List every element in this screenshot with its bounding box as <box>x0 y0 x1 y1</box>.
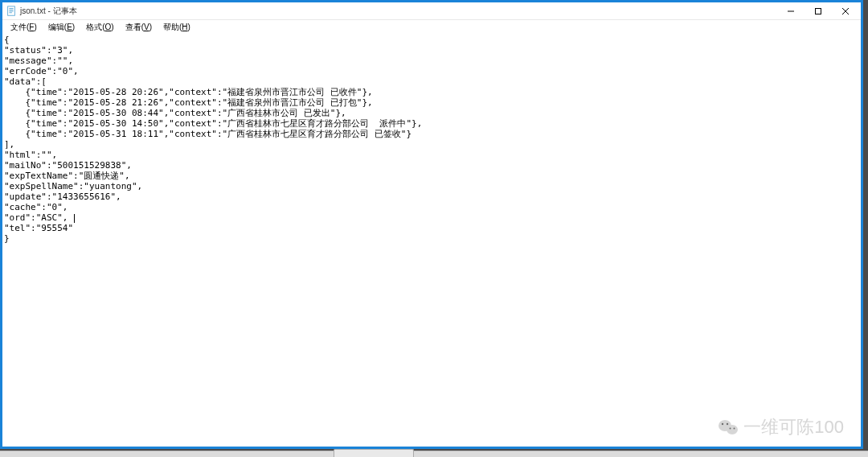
title-bar: json.txt - 记事本 <box>2 2 861 20</box>
background-window-fragment <box>334 449 414 457</box>
text-cursor <box>74 214 75 223</box>
menu-bar: 文件(F) 编辑(E) 格式(O) 查看(V) 帮助(H) <box>2 20 861 35</box>
minimize-button[interactable] <box>777 3 805 19</box>
notepad-icon <box>6 6 17 17</box>
svg-rect-6 <box>816 8 821 14</box>
close-button[interactable] <box>832 3 859 19</box>
menu-file[interactable]: 文件(F) <box>6 21 42 34</box>
menu-help[interactable]: 帮助(H) <box>158 21 195 34</box>
window-title: json.txt - 记事本 <box>20 6 777 17</box>
menu-format[interactable]: 格式(O) <box>81 21 118 34</box>
maximize-button[interactable] <box>805 3 832 19</box>
background-taskbar <box>0 451 868 457</box>
text-content: { "status":"3", "message":"", "errCode":… <box>4 35 422 244</box>
text-area[interactable]: { "status":"3", "message":"", "errCode":… <box>2 35 861 447</box>
menu-edit[interactable]: 编辑(E) <box>43 21 80 34</box>
menu-view[interactable]: 查看(V) <box>121 21 157 34</box>
notepad-window: json.txt - 记事本 文件(F) 编辑(E) 格式(O) 查看(V) 帮… <box>0 0 863 449</box>
window-controls <box>777 3 859 19</box>
